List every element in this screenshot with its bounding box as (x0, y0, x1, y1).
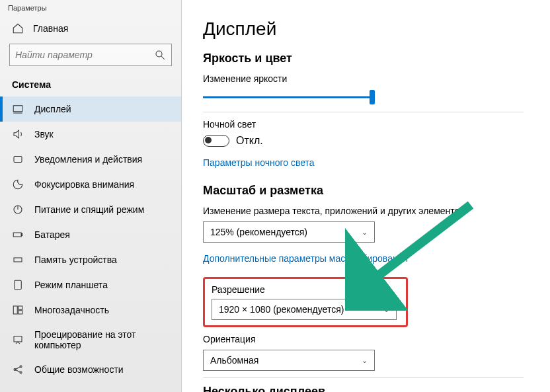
svg-rect-14 (14, 336, 22, 342)
notifications-icon (12, 153, 24, 165)
search-icon (154, 49, 166, 61)
svg-line-1 (161, 56, 165, 59)
nav-item-projecting[interactable]: Проецирование на этот компьютер (0, 323, 181, 357)
svg-rect-13 (19, 311, 22, 314)
nav-label: Батарея (34, 229, 70, 240)
chevron-down-icon: ⌄ (362, 228, 368, 237)
display-icon (12, 103, 24, 115)
window-title: Параметры (0, 0, 181, 16)
night-light-label: Ночной свет (203, 119, 524, 130)
brightness-section-title: Яркость и цвет (203, 52, 524, 65)
nav-item-display[interactable]: Дисплей (0, 97, 181, 122)
scale-section-title: Масштаб и разметка (203, 184, 524, 198)
search-input[interactable] (9, 44, 172, 66)
svg-rect-4 (14, 157, 22, 163)
nav-label: Память устройства (34, 255, 117, 265)
nav-item-notifications[interactable]: Уведомления и действия (0, 147, 181, 172)
svg-point-0 (156, 51, 162, 57)
main-panel: Дисплей Яркость и цвет Изменение яркости… (182, 0, 550, 392)
nav-label: Фокусировка внимания (34, 179, 134, 190)
sound-icon (12, 128, 24, 140)
svg-rect-2 (13, 106, 22, 112)
sidebar: Параметры Главная Система Дисплей Звук (0, 0, 182, 392)
resolution-label: Разрешение (212, 284, 399, 295)
resolution-value: 1920 × 1080 (рекомендуется) (219, 304, 344, 315)
nav-item-tablet[interactable]: Режим планшета (0, 272, 181, 297)
divider (203, 377, 524, 378)
tablet-icon (12, 279, 24, 291)
slider-thumb[interactable] (370, 90, 375, 104)
advanced-scaling-link[interactable]: Дополнительные параметры масштабирования (203, 253, 408, 264)
storage-icon (12, 254, 24, 266)
chevron-down-icon: ⌄ (383, 305, 389, 314)
toggle-pill[interactable] (203, 135, 229, 147)
category-title: Система (0, 75, 181, 97)
nav-label: Проецирование на этот компьютер (34, 329, 169, 350)
scale-dropdown[interactable]: 125% (рекомендуется) ⌄ (203, 221, 375, 243)
home-label: Главная (33, 23, 68, 34)
nav-item-sound[interactable]: Звук (0, 122, 181, 147)
nav-label: Режим планшета (34, 280, 108, 290)
shared-icon (12, 364, 24, 375)
home-icon (12, 22, 24, 34)
toggle-knob (205, 137, 212, 143)
orientation-value: Альбомная (210, 355, 258, 366)
nav-label: Общие возможности (34, 364, 124, 375)
svg-rect-11 (13, 306, 17, 314)
svg-rect-9 (14, 258, 22, 262)
nav-item-multitask[interactable]: Многозадачность (0, 297, 181, 323)
projecting-icon (12, 334, 24, 346)
focus-icon (12, 178, 24, 190)
nav-list: Дисплей Звук Уведомления и действия Фоку… (0, 97, 181, 382)
chevron-down-icon: ⌄ (362, 356, 368, 365)
divider (203, 112, 524, 112)
power-icon (12, 204, 24, 216)
orientation-label: Ориентация (203, 334, 524, 344)
scale-value: 125% (рекомендуется) (210, 227, 307, 237)
nav-item-shared[interactable]: Общие возможности (0, 357, 181, 382)
home-nav[interactable]: Главная (0, 16, 181, 44)
night-light-toggle[interactable]: Откл. (203, 135, 524, 147)
brightness-slider[interactable] (203, 89, 375, 105)
battery-icon (12, 229, 24, 241)
brightness-label: Изменение яркости (203, 73, 524, 84)
nav-item-focus[interactable]: Фокусировка внимания (0, 172, 181, 197)
nav-label: Звук (34, 129, 54, 139)
svg-rect-7 (13, 233, 21, 237)
nav-label: Многозадачность (34, 305, 109, 315)
nav-label: Питание и спящий режим (34, 204, 144, 215)
slider-line (203, 97, 375, 98)
svg-rect-12 (19, 306, 22, 309)
svg-rect-10 (15, 280, 22, 290)
page-title: Дисплей (203, 19, 524, 40)
scale-label: Изменение размера текста, приложений и д… (203, 206, 524, 216)
resolution-dropdown[interactable]: 1920 × 1080 (рекомендуется) ⌄ (212, 299, 397, 320)
nav-label: Уведомления и действия (34, 154, 142, 165)
nav-item-storage[interactable]: Память устройства (0, 247, 181, 272)
nav-label: Дисплей (34, 104, 71, 114)
night-light-settings-link[interactable]: Параметры ночного света (203, 157, 315, 168)
nav-item-power[interactable]: Питание и спящий режим (0, 197, 181, 222)
toggle-state: Откл. (236, 135, 263, 147)
multitask-icon (12, 304, 24, 316)
orientation-dropdown[interactable]: Альбомная ⌄ (203, 350, 375, 371)
nav-item-battery[interactable]: Батарея (0, 222, 181, 247)
resolution-highlight: Разрешение 1920 × 1080 (рекомендуется) ⌄ (203, 277, 408, 327)
search-field[interactable] (15, 50, 154, 60)
multi-displays-title: Несколько дисплеев (203, 385, 524, 392)
svg-rect-8 (21, 234, 22, 236)
